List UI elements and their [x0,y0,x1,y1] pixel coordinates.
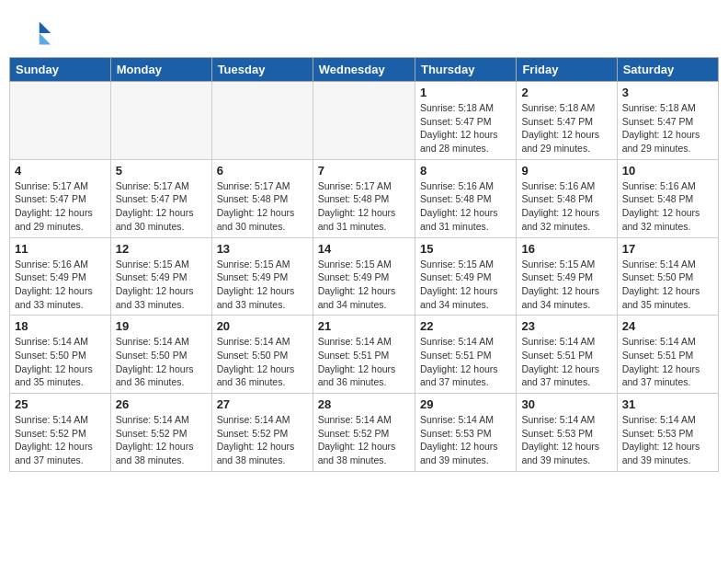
calendar-cell: 7Sunrise: 5:17 AM Sunset: 5:48 PM Daylig… [313,159,415,237]
calendar-cell: 3Sunrise: 5:18 AM Sunset: 5:47 PM Daylig… [617,82,718,160]
day-number: 4 [15,164,106,178]
calendar-table: SundayMondayTuesdayWednesdayThursdayFrid… [9,57,719,472]
day-info: Sunrise: 5:17 AM Sunset: 5:48 PM Dayligh… [318,179,410,234]
calendar-day-header: Sunday [10,58,111,82]
day-number: 6 [217,164,308,178]
calendar-cell: 16Sunrise: 5:15 AM Sunset: 5:49 PM Dayli… [517,237,617,316]
calendar-cell: 30Sunrise: 5:14 AM Sunset: 5:53 PM Dayli… [517,394,617,472]
day-info: Sunrise: 5:14 AM Sunset: 5:53 PM Dayligh… [521,413,611,467]
day-number: 3 [622,86,713,99]
calendar-day-header: Monday [110,58,211,82]
day-info: Sunrise: 5:15 AM Sunset: 5:49 PM Dayligh… [116,258,207,312]
calendar-day-header: Wednesday [313,58,415,82]
day-info: Sunrise: 5:14 AM Sunset: 5:52 PM Dayligh… [15,413,106,467]
calendar-cell: 23Sunrise: 5:14 AM Sunset: 5:51 PM Dayli… [517,316,617,394]
calendar-header-row: SundayMondayTuesdayWednesdayThursdayFrid… [10,58,719,82]
day-number: 23 [521,319,611,333]
day-info: Sunrise: 5:14 AM Sunset: 5:50 PM Dayligh… [15,335,106,389]
day-info: Sunrise: 5:15 AM Sunset: 5:49 PM Dayligh… [420,258,511,312]
day-info: Sunrise: 5:14 AM Sunset: 5:50 PM Dayligh… [116,335,207,389]
day-number: 14 [318,242,410,256]
page-header [9,9,719,52]
logo-icon [23,18,52,48]
calendar-cell: 10Sunrise: 5:16 AM Sunset: 5:48 PM Dayli… [617,159,718,237]
day-number: 25 [15,397,106,411]
calendar-week-row: 1Sunrise: 5:18 AM Sunset: 5:47 PM Daylig… [10,82,719,160]
calendar-week-row: 11Sunrise: 5:16 AM Sunset: 5:49 PM Dayli… [10,237,719,316]
calendar-cell: 28Sunrise: 5:14 AM Sunset: 5:52 PM Dayli… [313,394,415,472]
calendar-cell: 12Sunrise: 5:15 AM Sunset: 5:49 PM Dayli… [110,237,211,316]
day-number: 8 [420,164,511,178]
day-number: 17 [622,242,713,256]
day-info: Sunrise: 5:18 AM Sunset: 5:47 PM Dayligh… [420,101,511,155]
day-number: 2 [521,86,611,99]
calendar-cell: 25Sunrise: 5:14 AM Sunset: 5:52 PM Dayli… [10,394,111,472]
day-info: Sunrise: 5:18 AM Sunset: 5:47 PM Dayligh… [521,101,611,155]
day-number: 11 [15,242,106,256]
calendar-day-header: Saturday [617,58,718,82]
day-number: 10 [622,164,713,178]
day-number: 19 [116,319,207,333]
day-number: 24 [622,319,713,333]
calendar-day-header: Thursday [415,58,516,82]
day-info: Sunrise: 5:16 AM Sunset: 5:48 PM Dayligh… [521,179,611,234]
calendar-cell [313,82,415,160]
calendar-cell: 15Sunrise: 5:15 AM Sunset: 5:49 PM Dayli… [415,237,516,316]
day-info: Sunrise: 5:14 AM Sunset: 5:53 PM Dayligh… [622,413,713,467]
day-number: 28 [318,397,410,411]
day-info: Sunrise: 5:14 AM Sunset: 5:51 PM Dayligh… [420,335,511,389]
calendar-day-header: Friday [517,58,617,82]
day-info: Sunrise: 5:16 AM Sunset: 5:48 PM Dayligh… [622,179,713,234]
calendar-cell: 14Sunrise: 5:15 AM Sunset: 5:49 PM Dayli… [313,237,415,316]
day-info: Sunrise: 5:14 AM Sunset: 5:52 PM Dayligh… [116,413,207,467]
day-number: 29 [420,397,511,411]
day-info: Sunrise: 5:14 AM Sunset: 5:52 PM Dayligh… [318,413,410,467]
day-number: 31 [622,397,713,411]
day-info: Sunrise: 5:15 AM Sunset: 5:49 PM Dayligh… [521,258,611,312]
calendar-cell [10,82,111,160]
day-number: 27 [217,397,308,411]
day-number: 22 [420,319,511,333]
day-info: Sunrise: 5:15 AM Sunset: 5:49 PM Dayligh… [217,258,308,312]
calendar-cell: 2Sunrise: 5:18 AM Sunset: 5:47 PM Daylig… [517,82,617,160]
day-number: 15 [420,242,511,256]
day-info: Sunrise: 5:14 AM Sunset: 5:50 PM Dayligh… [217,335,308,389]
day-info: Sunrise: 5:14 AM Sunset: 5:51 PM Dayligh… [318,335,410,389]
day-number: 20 [217,319,308,333]
day-info: Sunrise: 5:17 AM Sunset: 5:48 PM Dayligh… [217,179,308,234]
day-number: 18 [15,319,106,333]
day-number: 1 [420,86,511,99]
day-info: Sunrise: 5:15 AM Sunset: 5:49 PM Dayligh… [318,258,410,312]
calendar-day-header: Tuesday [211,58,313,82]
day-number: 13 [217,242,308,256]
day-number: 30 [521,397,611,411]
calendar-cell: 4Sunrise: 5:17 AM Sunset: 5:47 PM Daylig… [10,159,111,237]
calendar-cell: 31Sunrise: 5:14 AM Sunset: 5:53 PM Dayli… [617,394,718,472]
calendar-cell: 20Sunrise: 5:14 AM Sunset: 5:50 PM Dayli… [211,316,313,394]
calendar-cell: 22Sunrise: 5:14 AM Sunset: 5:51 PM Dayli… [415,316,516,394]
day-info: Sunrise: 5:17 AM Sunset: 5:47 PM Dayligh… [15,179,106,234]
calendar-cell: 6Sunrise: 5:17 AM Sunset: 5:48 PM Daylig… [211,159,313,237]
day-info: Sunrise: 5:14 AM Sunset: 5:53 PM Dayligh… [420,413,511,467]
calendar-cell: 1Sunrise: 5:18 AM Sunset: 5:47 PM Daylig… [415,82,516,160]
day-number: 16 [521,242,611,256]
day-number: 12 [116,242,207,256]
day-info: Sunrise: 5:14 AM Sunset: 5:51 PM Dayligh… [521,335,611,389]
day-info: Sunrise: 5:16 AM Sunset: 5:49 PM Dayligh… [15,258,106,312]
day-info: Sunrise: 5:16 AM Sunset: 5:48 PM Dayligh… [420,179,511,234]
calendar-week-row: 4Sunrise: 5:17 AM Sunset: 5:47 PM Daylig… [10,159,719,237]
day-info: Sunrise: 5:14 AM Sunset: 5:52 PM Dayligh… [217,413,308,467]
calendar-cell [110,82,211,160]
calendar-cell: 21Sunrise: 5:14 AM Sunset: 5:51 PM Dayli… [313,316,415,394]
day-info: Sunrise: 5:17 AM Sunset: 5:47 PM Dayligh… [116,179,207,234]
day-info: Sunrise: 5:14 AM Sunset: 5:51 PM Dayligh… [622,335,713,389]
day-info: Sunrise: 5:18 AM Sunset: 5:47 PM Dayligh… [622,101,713,155]
day-info: Sunrise: 5:14 AM Sunset: 5:50 PM Dayligh… [622,258,713,312]
calendar-cell: 9Sunrise: 5:16 AM Sunset: 5:48 PM Daylig… [517,159,617,237]
calendar-cell: 26Sunrise: 5:14 AM Sunset: 5:52 PM Dayli… [110,394,211,472]
calendar-week-row: 25Sunrise: 5:14 AM Sunset: 5:52 PM Dayli… [10,394,719,472]
calendar-cell: 17Sunrise: 5:14 AM Sunset: 5:50 PM Dayli… [617,237,718,316]
day-number: 9 [521,164,611,178]
calendar-cell: 11Sunrise: 5:16 AM Sunset: 5:49 PM Dayli… [10,237,111,316]
calendar-cell: 27Sunrise: 5:14 AM Sunset: 5:52 PM Dayli… [211,394,313,472]
